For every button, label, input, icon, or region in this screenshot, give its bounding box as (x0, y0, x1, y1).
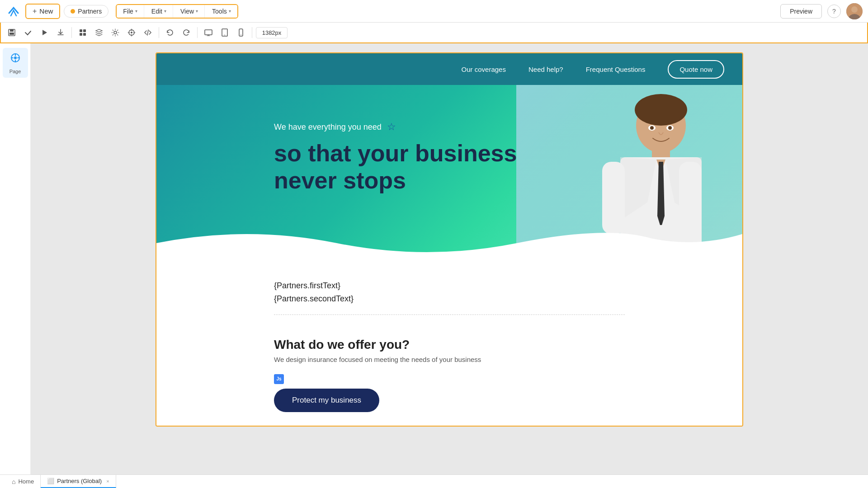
bottom-bar: ⌂ Home ⬜ Partners (Global) × (0, 474, 868, 488)
section-divider (274, 314, 625, 315)
help-label: ? (832, 8, 836, 15)
toolbar-separator-1 (71, 27, 72, 38)
tab-home[interactable]: ⌂ Home (5, 475, 41, 488)
file-chevron-icon: ▾ (135, 9, 137, 14)
tools-menu[interactable]: Tools ▾ (206, 5, 237, 18)
sidebar-item-page[interactable]: Page (3, 48, 28, 78)
svg-rect-9 (80, 33, 82, 36)
toolbar-separator-4 (252, 27, 252, 38)
menu-group: File ▾ Edit ▾ View ▾ Tools ▾ (116, 4, 238, 19)
site-header: Our coverages Need help? Frequent Questi… (156, 53, 742, 85)
toolbar-separator-2 (159, 27, 159, 38)
view-menu[interactable]: View ▾ (174, 5, 205, 18)
svg-rect-14 (205, 30, 212, 35)
offer-title: What do we offer you? (274, 338, 625, 352)
settings-tool[interactable] (108, 25, 123, 40)
svg-rect-31 (602, 162, 625, 234)
svg-rect-32 (679, 162, 702, 234)
tab-partners-icon: ⬜ (47, 478, 54, 484)
partners-label: Partners (78, 8, 102, 15)
quote-button[interactable]: Quote now (668, 60, 724, 79)
nav-coverages[interactable]: Our coverages (462, 66, 506, 73)
tools-label: Tools (212, 8, 227, 15)
svg-point-13 (131, 32, 132, 33)
hero-subtitle: We have everything you need ☆ (274, 121, 517, 133)
edit-chevron-icon: ▾ (164, 9, 166, 14)
first-text: {Partners.firstText} (274, 279, 625, 292)
check-tool[interactable] (21, 25, 35, 40)
canvas-area[interactable]: Our coverages Need help? Frequent Questi… (31, 43, 868, 474)
user-avatar[interactable] (846, 3, 863, 19)
preview-button[interactable]: Preview (780, 4, 822, 19)
hero-section: We have everything you need ☆ so that yo… (156, 85, 742, 261)
home-label: Home (18, 478, 34, 485)
toolbar-separator-3 (197, 27, 198, 38)
file-label: File (123, 8, 133, 15)
partners-tab-label: Partners (Global) (57, 478, 102, 484)
content-section: {Partners.firstText} {Partners.secondTex… (156, 261, 742, 338)
help-button[interactable]: ? (827, 5, 841, 18)
mobile-view[interactable] (234, 25, 248, 40)
svg-rect-10 (83, 33, 86, 36)
hero-subtitle-text: We have everything you need (274, 122, 382, 132)
new-button[interactable]: + New (25, 4, 60, 19)
hero-title-line2: never stops (274, 167, 517, 194)
close-tab-icon[interactable]: × (106, 479, 109, 484)
wave-divider (156, 225, 742, 261)
svg-point-36 (668, 126, 672, 130)
file-menu[interactable]: File ▾ (117, 5, 144, 18)
plus-icon: + (33, 7, 37, 15)
offer-subtitle: We design insurance focused on meeting t… (274, 356, 625, 363)
tools-chevron-icon: ▾ (229, 9, 231, 14)
svg-rect-4 (10, 29, 14, 32)
layers-tool[interactable] (92, 25, 106, 40)
edit-label: Edit (151, 8, 162, 15)
svg-point-16 (224, 35, 225, 36)
preview-label: Preview (790, 8, 812, 15)
hero-title: so that your business never stops (274, 140, 517, 194)
top-bar: + New Partners File ▾ Edit ▾ View ▾ Tool… (0, 0, 868, 23)
svg-rect-7 (80, 29, 82, 32)
save-tool[interactable] (5, 25, 19, 40)
px-display: 1382px (256, 27, 288, 38)
tab-partners[interactable]: ⬜ Partners (Global) × (41, 475, 116, 488)
tablet-view[interactable] (217, 25, 232, 40)
protect-button[interactable]: Protect my business (274, 389, 379, 412)
play-tool[interactable] (37, 25, 52, 40)
hero-title-line1: so that your business (274, 140, 517, 167)
home-icon: ⌂ (12, 478, 15, 485)
svg-point-34 (650, 126, 654, 130)
page-canvas: Our coverages Need help? Frequent Questi… (156, 52, 743, 427)
svg-point-1 (851, 6, 858, 13)
svg-marker-6 (42, 30, 47, 35)
nav-help[interactable]: Need help? (528, 66, 563, 73)
code-tool[interactable] (141, 25, 155, 40)
svg-rect-5 (9, 33, 14, 35)
partners-button[interactable]: Partners (64, 5, 108, 18)
svg-point-23 (635, 94, 687, 126)
target-tool[interactable] (124, 25, 139, 40)
offer-section: What do we offer you? We design insuranc… (156, 338, 742, 426)
export-tool[interactable] (53, 25, 68, 40)
new-label: New (39, 7, 53, 15)
logo (5, 3, 22, 19)
top-bar-right: Preview ? (780, 3, 863, 19)
nav-faq[interactable]: Frequent Questions (586, 66, 646, 73)
left-sidebar: Page (0, 43, 31, 474)
page-icon (9, 52, 22, 67)
svg-point-18 (241, 34, 241, 35)
edit-menu[interactable]: Edit ▾ (145, 5, 173, 18)
redo-tool[interactable] (179, 25, 193, 40)
grid-tool[interactable] (75, 25, 90, 40)
partners-status-dot (71, 9, 75, 14)
page-label: Page (9, 69, 21, 74)
second-text: {Partners.secondText} (274, 292, 625, 305)
star-icon: ☆ (387, 121, 396, 133)
svg-point-11 (114, 31, 117, 34)
view-label: View (180, 8, 194, 15)
svg-point-20 (14, 56, 17, 59)
hero-content: We have everything you need ☆ so that yo… (274, 121, 517, 194)
js-badge: Js (274, 374, 284, 384)
desktop-view[interactable] (201, 25, 216, 40)
undo-tool[interactable] (163, 25, 177, 40)
